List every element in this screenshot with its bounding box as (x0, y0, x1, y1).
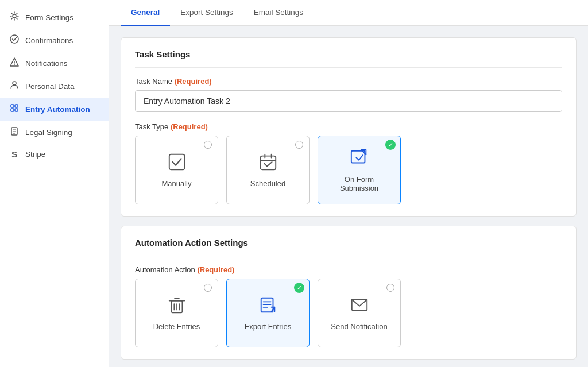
sidebar-item-personal-data[interactable]: Personal Data (0, 75, 109, 98)
sidebar-item-confirmations[interactable]: Confirmations (0, 29, 109, 52)
action-export-entries[interactable]: ✓ Export Entries (226, 279, 310, 347)
check-on-form-submission: ✓ (385, 140, 396, 150)
task-type-options: ✓ Manually ✓ (135, 136, 562, 204)
sidebar: Form SettingsConfirmationsNotificationsP… (0, 0, 109, 367)
radio-manually (204, 141, 212, 149)
svg-point-1 (10, 35, 18, 43)
svg-point-5 (13, 82, 16, 85)
tab-email-settings[interactable]: Email Settings (243, 0, 314, 26)
send-notification-icon (350, 295, 369, 316)
tab-general[interactable]: General (121, 0, 170, 26)
action-delete-entries[interactable]: ✓ Delete Entries (135, 279, 218, 347)
svg-rect-6 (11, 105, 14, 107)
task-name-label: Task Name (Required) (135, 77, 562, 86)
task-type-scheduled[interactable]: ✓ Scheduled (226, 136, 310, 204)
sidebar-item-label-confirmations: Confirmations (25, 36, 73, 45)
svg-rect-7 (15, 105, 18, 107)
radio-delete-entries (204, 284, 212, 292)
main-content: GeneralExport SettingsEmail Settings Tas… (109, 0, 588, 367)
automation-action-label: Automation Action (Required) (135, 265, 562, 274)
radio-send-notification (386, 284, 394, 292)
action-send-notification[interactable]: ✓ Send Notification (318, 279, 401, 347)
scheduled-label: Scheduled (250, 179, 285, 188)
automation-action-title: Automation Action Settings (135, 238, 562, 256)
svg-rect-8 (11, 109, 14, 111)
task-type-manually[interactable]: ✓ Manually (135, 136, 218, 204)
tab-bar: GeneralExport SettingsEmail Settings (109, 0, 588, 26)
manually-icon (167, 152, 187, 173)
svg-point-0 (13, 14, 16, 18)
automation-action-options: ✓ Delete Entries (135, 279, 562, 347)
personal-data-icon (9, 80, 20, 92)
stripe-icon: S (9, 149, 20, 159)
tab-export-settings[interactable]: Export Settings (170, 0, 243, 26)
sidebar-item-label-legal-signing: Legal Signing (25, 128, 72, 137)
task-type-label: Task Type (Required) (135, 122, 562, 131)
export-entries-icon (258, 295, 278, 316)
on-form-submission-icon (350, 148, 369, 169)
form-settings-icon (9, 11, 20, 23)
manually-label: Manually (161, 179, 191, 188)
sidebar-item-stripe[interactable]: SStripe (0, 144, 109, 165)
sidebar-item-label-personal-data: Personal Data (25, 82, 75, 91)
content-area: Task Settings Task Name (Required) Task … (109, 26, 588, 367)
delete-entries-icon (167, 295, 187, 316)
delete-entries-label: Delete Entries (153, 322, 200, 331)
sidebar-item-notifications[interactable]: Notifications (0, 52, 109, 75)
automation-action-card: Automation Action Settings Automation Ac… (121, 226, 577, 360)
task-settings-card: Task Settings Task Name (Required) Task … (121, 37, 577, 217)
check-export-entries: ✓ (294, 283, 304, 293)
export-entries-label: Export Entries (245, 322, 292, 331)
task-settings-title: Task Settings (135, 49, 562, 68)
sidebar-item-label-entry-automation: Entry Automation (25, 105, 90, 114)
sidebar-item-form-settings[interactable]: Form Settings (0, 6, 109, 29)
radio-scheduled (295, 141, 303, 149)
entry-automation-icon (9, 103, 20, 115)
sidebar-item-legal-signing[interactable]: Legal Signing (0, 121, 109, 144)
scheduled-icon (258, 152, 278, 173)
confirmations-icon (9, 34, 20, 46)
legal-signing-icon (9, 126, 20, 138)
svg-rect-19 (351, 150, 365, 163)
sidebar-item-label-notifications: Notifications (25, 59, 68, 68)
send-notification-label: Send Notification (331, 322, 387, 331)
svg-rect-27 (261, 298, 273, 312)
task-type-on-form-submission[interactable]: ✓ On FormSubmission (318, 136, 401, 204)
sidebar-item-label-stripe: Stripe (25, 150, 45, 159)
task-name-input[interactable] (135, 90, 562, 112)
sidebar-item-entry-automation[interactable]: Entry Automation (0, 98, 109, 121)
svg-point-4 (14, 64, 14, 65)
svg-rect-15 (260, 156, 275, 170)
notifications-icon (9, 57, 20, 69)
sidebar-item-label-form-settings: Form Settings (25, 13, 74, 22)
svg-rect-9 (15, 109, 18, 111)
on-form-submission-label: On FormSubmission (340, 175, 378, 192)
svg-rect-14 (169, 154, 184, 169)
